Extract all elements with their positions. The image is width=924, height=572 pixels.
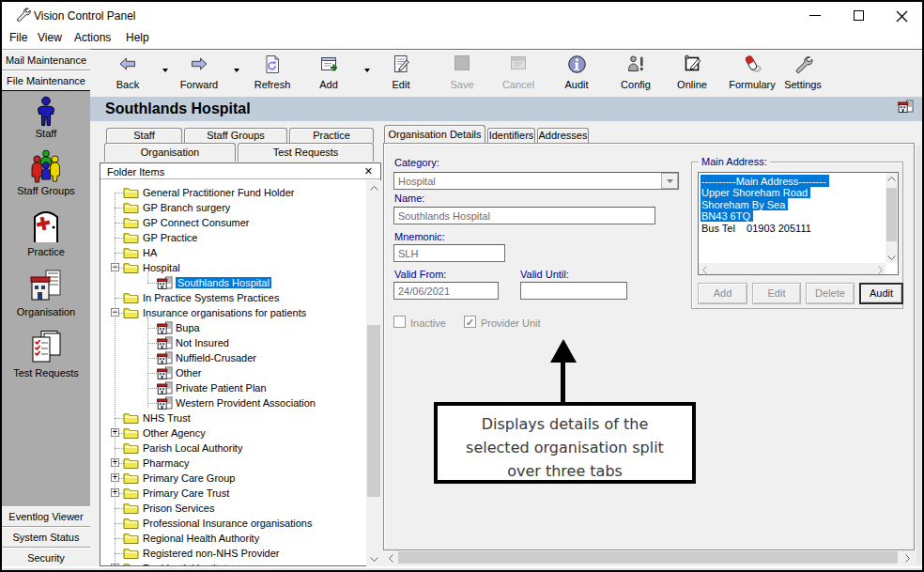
address-line[interactable]: Upper Shoreham Road	[701, 186, 810, 198]
address-scrollbar-thumb[interactable]	[886, 188, 897, 241]
toolbar-add-button[interactable]: Add	[299, 54, 359, 90]
tab-practice[interactable]: Practice	[289, 128, 374, 143]
category-dropdown-icon[interactable]	[661, 173, 678, 189]
sidebar-item-staff[interactable]	[2, 96, 90, 128]
tab-organisation[interactable]: Organisation	[104, 143, 236, 162]
horizontal-scrollbar[interactable]	[383, 550, 915, 564]
tree-scrollbar-thumb[interactable]	[367, 325, 380, 497]
menu-file[interactable]: File	[9, 31, 27, 44]
tree-item-pharmacy[interactable]: +Pharmacy	[100, 456, 365, 471]
sidebar-item-staff-groups[interactable]	[2, 149, 90, 185]
close-icon[interactable]: ✕	[364, 165, 373, 178]
tab-staff[interactable]: Staff	[106, 128, 182, 143]
tab-identifiers[interactable]: Identifiers	[487, 128, 535, 143]
tree-item-private-patient-plan[interactable]: Private Patient Plan	[100, 380, 365, 395]
scroll-up-icon[interactable]	[884, 172, 899, 186]
close-button[interactable]	[896, 10, 908, 24]
add-button[interactable]: Add	[698, 283, 747, 304]
toolbar-config-button[interactable]: Config	[606, 54, 666, 90]
tree-item-gp-branch-surgery[interactable]: GP Branch surgery	[100, 200, 365, 215]
tree-item-hospital[interactable]: −Hospital	[100, 260, 365, 275]
toolbar-edit-button[interactable]: Edit	[371, 54, 431, 90]
tree-item-gp-practice[interactable]: GP Practice	[100, 230, 365, 245]
toolbar-back-button[interactable]: Back	[98, 54, 158, 90]
toolbar-audit-button[interactable]: Audit	[547, 54, 607, 90]
audit-button[interactable]: Audit	[859, 283, 903, 304]
category-select[interactable]: Hospital	[393, 172, 679, 190]
sidebar-button-mail-maintenance[interactable]: Mail Maintenance	[2, 50, 90, 70]
tree-item-nhs-trust[interactable]: NHS Trust	[100, 410, 365, 425]
scroll-right-icon[interactable]	[872, 262, 887, 275]
address-line[interactable]: Shoreham By Sea	[701, 198, 788, 210]
sidebar-item-practice[interactable]	[2, 208, 90, 245]
tree-item-general-practitioner-fund-holder[interactable]: General Practitioner Fund Holder	[100, 185, 365, 200]
toolbar-dropdown-icon[interactable]	[234, 69, 239, 72]
toolbar-forward-button[interactable]: Forward	[169, 54, 229, 90]
valid-until-field[interactable]	[520, 282, 627, 300]
tab-staff-groups[interactable]: Staff Groups	[184, 128, 287, 143]
mnemonic-field[interactable]: SLH	[393, 244, 505, 262]
tab-organisation-details[interactable]: Organisation Details	[384, 125, 485, 143]
tree-item-prison-services[interactable]: Prison Services	[100, 501, 365, 516]
sidebar-button-file-maintenance[interactable]: File Maintenance	[2, 70, 90, 91]
tree-scrollbar[interactable]	[366, 180, 381, 566]
provider-unit-checkbox[interactable]: ✓	[464, 316, 476, 328]
tree-item-primary-care-trust[interactable]: +Primary Care Trust	[100, 486, 365, 501]
tab-test-requests[interactable]: Test Requests	[238, 143, 374, 162]
tree-item-western-provident-association[interactable]: Western Provident Association	[100, 395, 365, 410]
scroll-up-icon[interactable]	[366, 180, 381, 195]
toolbar-save-button[interactable]: Save	[432, 54, 492, 90]
tab-addresses[interactable]: Addresses	[537, 128, 589, 143]
folder-icon	[123, 186, 139, 201]
tree-item-bupa[interactable]: Bupa	[100, 320, 365, 335]
delete-button[interactable]: Delete	[806, 283, 855, 304]
main-address-list[interactable]: ----------Main Address--------Upper Shor…	[698, 172, 899, 275]
valid-from-field[interactable]: 24/06/2021	[393, 282, 499, 300]
inactive-checkbox[interactable]	[393, 316, 406, 328]
minimize-button[interactable]	[809, 15, 821, 16]
name-field[interactable]: Southlands Hospital	[393, 207, 655, 224]
hscrollbar-thumb[interactable]	[398, 551, 898, 564]
edit-button[interactable]: Edit	[752, 283, 801, 304]
address-line[interactable]: ----------Main Address--------	[701, 175, 829, 187]
toolbar-settings-button[interactable]: Settings	[773, 54, 833, 90]
menu-view[interactable]: View	[38, 31, 62, 44]
tree-item-primary-care-group[interactable]: +Primary Care Group	[100, 471, 365, 486]
menu-help[interactable]: Help	[126, 31, 149, 44]
toolbar-refresh-button[interactable]: Refresh	[242, 54, 302, 90]
scroll-left-icon[interactable]	[698, 262, 712, 275]
tree-item-insurance-organisations-for-patients[interactable]: −Insurance organisations for patients	[100, 305, 365, 320]
address-scrollbar[interactable]	[886, 173, 898, 263]
address-hscrollbar[interactable]	[699, 263, 886, 275]
tree-item-nuffield-crusader[interactable]: Nuffield-Crusader	[100, 350, 365, 365]
scroll-left-icon[interactable]	[383, 550, 398, 565]
toolbar-dropdown-icon[interactable]	[364, 69, 370, 72]
tree-item-southlands-hospital[interactable]: Southlands Hospital	[100, 275, 365, 290]
toolbar-online-button[interactable]: Online	[662, 54, 722, 90]
address-line[interactable]: Bus Tel 01903 205111	[701, 222, 814, 234]
tree-item-other-agency[interactable]: +Other Agency	[100, 425, 365, 441]
tree-item-ha[interactable]: HA	[100, 245, 365, 260]
sidebar-button-system-status[interactable]: System Status	[2, 527, 90, 548]
sidebar-button-eventlog-viewer[interactable]: Eventlog Viewer	[2, 506, 90, 527]
scroll-down-icon[interactable]	[366, 551, 381, 566]
maximize-button[interactable]	[854, 10, 864, 21]
tree-item-not-insured[interactable]: Not Insured	[100, 335, 365, 350]
valid-from-label: Valid From:	[394, 269, 446, 280]
sidebar-item-test-requests[interactable]	[2, 330, 90, 365]
toolbar-cancel-button[interactable]: Cancel	[488, 54, 548, 90]
tree-item-other[interactable]: Other	[100, 365, 365, 380]
tree-item-gp-connect-consumer[interactable]: GP Connect Consumer	[100, 215, 365, 230]
tree-item-registered-non-nhs-provider[interactable]: Registered non-NHS Provider	[100, 546, 365, 561]
toolbar-dropdown-icon[interactable]	[162, 69, 168, 72]
sidebar-button-security[interactable]: Security	[2, 548, 90, 568]
tree-item-regional-health-authority[interactable]: Regional Health Authority	[100, 531, 365, 546]
menu-actions[interactable]: Actions	[74, 31, 111, 44]
scroll-right-icon[interactable]	[900, 550, 915, 565]
tree-item-parish-local-authority[interactable]: Parish Local Authority	[100, 441, 365, 456]
sidebar-item-organisation[interactable]	[2, 270, 90, 303]
tree-item-residential-institutes[interactable]: +Residential Institutes	[100, 561, 365, 565]
tree-item-professional-insurance-organisations[interactable]: Professional Insurance organisations	[100, 516, 365, 531]
address-line[interactable]: BN43 6TQ	[701, 209, 753, 222]
tree-item-in-practice-systems-practices[interactable]: In Practice Systems Practices	[100, 290, 365, 305]
